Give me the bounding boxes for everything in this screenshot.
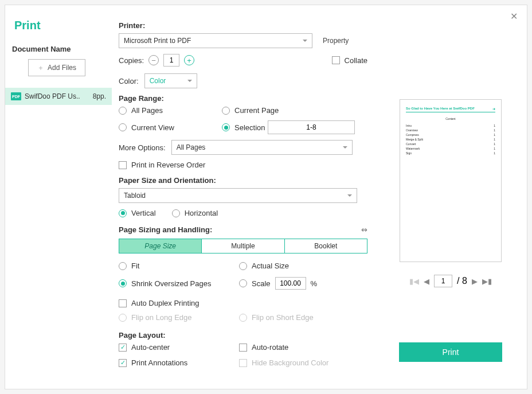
printer-value: Microsoft Print to PDF [124,37,191,45]
property-button[interactable]: Property [318,37,353,45]
radio-icon [119,314,127,322]
hide-bg-checkbox: Hide Background Color [239,358,367,367]
dialog-body: Print Document Name ＋ Add Files PDF Swif… [5,5,527,389]
current-view-label: Current View [131,123,174,132]
shrink-label: Shrink Oversized Pages [131,279,211,288]
radio-vertical[interactable]: Vertical [119,209,156,217]
page-total: / 8 [457,276,467,286]
all-pages-label: All Pages [131,106,163,115]
radio-current-view[interactable]: Current View [119,123,222,132]
copies-minus-button[interactable]: − [148,55,159,65]
color-select[interactable]: Color [144,73,197,88]
radio-icon [119,262,127,270]
auto-rotate-checkbox[interactable]: Auto-rotate [239,343,367,352]
radio-current-page[interactable]: Current Page [222,106,367,115]
radio-all-pages[interactable]: All Pages [119,106,222,115]
paper-value: Tabloid [124,192,146,200]
checkbox-icon [239,359,247,367]
flip-long-label: Flip on Long Edge [131,313,192,322]
checkbox-icon [119,161,127,169]
tab-multiple[interactable]: Multiple [201,239,284,253]
paper-label: Paper Size and Orientation: [119,176,367,185]
radio-icon [119,107,127,115]
preview-content-label: Content [406,117,495,120]
add-files-button[interactable]: ＋ Add Files [28,59,85,76]
checkbox-icon [119,344,127,352]
preview-title: So Glad to Have You Here at SwifDoo PDF [406,107,475,111]
current-page-label: Current Page [234,106,279,115]
radio-icon [239,262,247,270]
sizing-label: Page Sizing and Handling: [119,225,212,234]
page-title: Print [10,17,107,41]
radio-scale[interactable]: Scale % [239,277,367,290]
more-options-value: All Pages [177,143,206,151]
reverse-order-checkbox[interactable]: Print in Reverse Order [119,161,367,169]
more-options-label: More Options: [119,143,166,152]
range-label: Page Range: [119,94,367,103]
page-input[interactable] [434,275,452,287]
radio-icon [239,314,247,322]
prev-page-icon[interactable]: ◀ [424,277,429,286]
selection-input[interactable] [268,120,355,134]
preview-panel: So Glad to Have You Here at SwifDoo PDF➜… [374,5,527,389]
pager: ▮◀ ◀ / 8 ▶ ▶▮ [409,275,492,287]
annotations-label: Print Annotations [131,358,187,367]
auto-center-checkbox[interactable]: Auto-center [119,343,239,352]
radio-fit[interactable]: Fit [119,262,239,270]
auto-center-label: Auto-center [131,343,170,352]
checkbox-icon [119,359,127,367]
printer-select[interactable]: Microsoft Print to PDF [119,33,312,48]
fit-label: Fit [131,262,139,270]
color-value: Color [150,77,166,85]
docs-label: Document Name [10,41,107,59]
radio-icon [119,209,127,217]
radio-horizontal[interactable]: Horizontal [172,209,218,217]
sizing-tabs: Page Size Multiple Booklet [119,239,367,253]
collate-checkbox[interactable]: Collate [332,56,367,65]
sidebar: Print Document Name ＋ Add Files PDF Swif… [5,5,112,389]
print-dialog: ✕ Print Document Name ＋ Add Files PDF Sw… [5,5,527,389]
scale-unit: % [311,279,318,288]
printer-label: Printer: [119,21,367,30]
selection-label: Selection [234,123,265,132]
actual-label: Actual Size [252,262,289,270]
checkbox-icon [332,56,340,64]
radio-icon [222,123,230,131]
duplex-checkbox[interactable]: Auto Duplex Printing [119,299,367,307]
paper-size-select[interactable]: Tabloid [119,188,357,203]
layout-label: Page Layout: [119,331,367,340]
radio-actual[interactable]: Actual Size [239,262,367,270]
preview-toc: Intro1Overview1Compress1Merge & Split1Co… [406,124,495,155]
file-row[interactable]: PDF SwifDoo PDF Us.. 8pp. [5,88,112,105]
copies-input[interactable] [163,54,179,67]
vertical-label: Vertical [131,209,156,217]
annotations-checkbox[interactable]: Print Annotations [119,358,239,367]
scale-label: Scale [252,279,271,288]
hide-bg-label: Hide Background Color [252,358,328,367]
fit-window-icon[interactable]: ⇔ [361,225,367,234]
more-options-select[interactable]: All Pages [171,140,353,155]
page-preview: So Glad to Have You Here at SwifDoo PDF➜… [400,99,502,262]
copies-label: Copies: [119,56,144,65]
last-page-icon[interactable]: ▶▮ [482,277,492,286]
collate-label: Collate [345,56,367,65]
close-icon[interactable]: ✕ [510,11,518,22]
radio-selection[interactable]: Selection [222,123,268,132]
file-pages: 8pp. [93,92,106,100]
radio-flip-long: Flip on Long Edge [119,313,239,322]
first-page-icon[interactable]: ▮◀ [409,277,419,286]
radio-icon [119,279,127,287]
tab-page-size[interactable]: Page Size [119,239,201,253]
flip-short-label: Flip on Short Edge [252,313,314,322]
radio-flip-short: Flip on Short Edge [239,313,367,322]
print-button[interactable]: Print [399,342,502,362]
copies-plus-button[interactable]: + [184,55,194,65]
scale-input[interactable] [275,277,306,290]
file-name: SwifDoo PDF Us.. [25,92,89,100]
tab-booklet[interactable]: Booklet [284,239,367,253]
pdf-icon: PDF [11,92,21,100]
next-page-icon[interactable]: ▶ [472,277,478,286]
auto-rotate-label: Auto-rotate [252,343,288,352]
radio-shrink[interactable]: Shrink Oversized Pages [119,279,239,288]
plus-icon: ＋ [37,63,44,73]
